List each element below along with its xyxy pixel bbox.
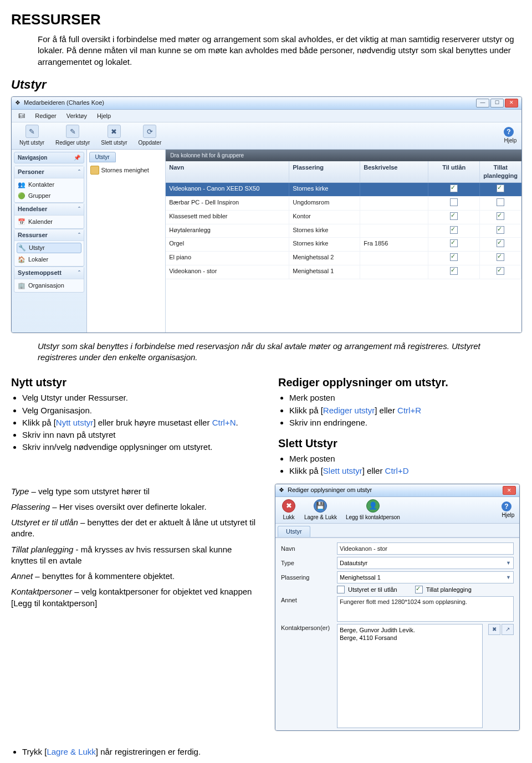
checkbox[interactable]: [497, 239, 504, 247]
nav-icon: 🏢: [18, 281, 25, 289]
checkbox[interactable]: [450, 198, 458, 206]
definition: Plassering – Her vises oversikt over def…: [11, 501, 259, 513]
close-button[interactable]: ✕: [505, 99, 518, 107]
help-icon[interactable]: ?: [504, 127, 514, 137]
table-row[interactable]: Videokanon - storMenighetssal 1: [166, 265, 521, 279]
oppdater-button[interactable]: ⟳ Oppdater: [133, 124, 167, 148]
open-contact-button[interactable]: ↗: [502, 624, 514, 635]
remove-contact-button[interactable]: ✖: [488, 624, 500, 635]
new-icon: ✎: [25, 125, 39, 138]
field-definitions: Type – velg type som utstyret hører tilP…: [11, 486, 259, 609]
list-item: Merk posten: [289, 392, 521, 403]
col-beskrivelse[interactable]: Beskrivelse: [360, 161, 428, 182]
type-label: Type: [281, 559, 334, 567]
checkbox[interactable]: [497, 267, 504, 275]
utstyr-note: Utstyr som skal benyttes i forbindelse m…: [38, 341, 521, 363]
checkbox[interactable]: [497, 212, 504, 220]
nav-group-head[interactable]: Ressurserˆ: [14, 229, 84, 242]
dialog-toolbar: ✖ Lukk 💾 Lagre & Lukk 👤 Legg til kontakt…: [275, 497, 519, 524]
nav-item-grupper[interactable]: 🟢Grupper: [17, 191, 81, 201]
nav-icon: 🔧: [18, 244, 26, 252]
checkbox[interactable]: [497, 185, 504, 192]
col-navn[interactable]: Navn: [166, 161, 289, 182]
dialog-lukk-button[interactable]: ✖ Lukk: [278, 498, 300, 523]
chevron-icon: ˆ: [78, 205, 80, 213]
col-plassering[interactable]: Plassering: [289, 161, 360, 182]
dialog-tab-utstyr[interactable]: Utstyr: [278, 526, 310, 537]
rediger-list: Merk postenKlikk på [Rediger utstyr] ell…: [278, 392, 521, 428]
table-row[interactable]: Videokanon - Canon XEED SX50Stornes kirk…: [166, 183, 521, 197]
rediger-utstyr-button[interactable]: ✎ Rediger utstyr: [50, 124, 95, 148]
final-instruction: Trykk [Lagre & Lukk] når registreringen …: [22, 746, 521, 757]
menu-verktoy[interactable]: Verktøy: [62, 111, 91, 121]
checkbox[interactable]: [450, 185, 458, 192]
checkbox[interactable]: [497, 253, 504, 261]
kontaktperson-listbox[interactable]: Berge, Gunvor Judith Levik. Berge, 4110 …: [337, 624, 483, 728]
checkbox[interactable]: [450, 239, 458, 247]
dialog-lagre-lukk-button[interactable]: 💾 Lagre & Lukk: [300, 498, 341, 523]
plassering-select[interactable]: Menighetssal 1 ▼: [337, 571, 514, 583]
maximize-button[interactable]: ☐: [490, 99, 504, 107]
dialog-title: Rediger opplysninger om utstyr: [288, 486, 499, 494]
nytt-utstyr-button[interactable]: ✎ Nytt utstyr: [14, 124, 50, 148]
nav-group-head[interactable]: Systemoppsettˆ: [14, 267, 84, 279]
annet-label: Annet: [281, 596, 334, 605]
table-row[interactable]: El pianoMenighetssal 2: [166, 252, 521, 265]
nav-item-kontakter[interactable]: 👥Kontakter: [17, 180, 81, 190]
dialog-legg-til-kontaktperson-button[interactable]: 👤 Legg til kontaktperson: [341, 498, 405, 523]
list-item: Skriv inn navn på utstyret: [22, 429, 254, 441]
nytt-utstyr-heading: Nytt utstyr: [11, 375, 254, 390]
tillat-checkbox[interactable]: [415, 586, 423, 593]
navn-field[interactable]: Videokanon - stor: [337, 542, 514, 555]
col-til-utlan[interactable]: Til utlån: [428, 161, 480, 182]
checkbox[interactable]: [497, 198, 504, 206]
app-icon: ❖: [15, 99, 21, 107]
menu-rediger[interactable]: Rediger: [30, 111, 61, 121]
checkbox[interactable]: [450, 253, 458, 261]
menu-hjelp[interactable]: Hjelp: [93, 111, 115, 121]
add-contact-icon: 👤: [366, 499, 380, 513]
minimize-button[interactable]: —: [476, 99, 489, 107]
dialog-close-button[interactable]: ✕: [503, 486, 516, 495]
edit-icon: ✎: [66, 125, 79, 138]
utlan-checkbox[interactable]: [337, 586, 345, 593]
tree-column: Utstyr Stornes menighet: [87, 150, 166, 332]
nav-icon: 👥: [18, 181, 25, 189]
slett-list: Merk postenKlikk på [Slett utstyr] eller…: [278, 453, 521, 477]
tree-item[interactable]: Stornes menighet: [89, 165, 163, 176]
annet-textarea[interactable]: Fungerer flott med 1280*1024 som oppløsn…: [337, 596, 514, 622]
checkbox[interactable]: [450, 226, 458, 234]
table-row[interactable]: Klassesett med biblerKontor: [166, 211, 521, 224]
list-item: Velg Organisasjon.: [22, 405, 254, 416]
window-titlebar: ❖ Medarbeideren (Charles Koe) — ☐ ✕: [12, 97, 521, 110]
dialog-screenshot: ❖ Rediger opplysninger om utstyr ✕ ✖ Luk…: [275, 484, 520, 731]
col-tillat[interactable]: Tillat planlegging: [480, 161, 521, 182]
chevron-icon: ˆ: [78, 269, 80, 277]
table-row[interactable]: HøytaleranleggStornes kirke: [166, 224, 521, 238]
nav-item-organisasjon[interactable]: 🏢Organisasjon: [17, 281, 81, 290]
nav-group-head[interactable]: Hendelserˆ: [14, 203, 84, 216]
nav-item-kalender[interactable]: 📅Kalender: [17, 217, 81, 227]
nav-item-lokaler[interactable]: 🏠Lokaler: [17, 255, 81, 264]
table-row[interactable]: Bærbar PC - Dell InspironUngdomsrom: [166, 197, 521, 211]
dialog-help-icon[interactable]: ?: [502, 501, 511, 511]
definition: Tillat planlegging - må krysses av hvis …: [11, 544, 259, 567]
nav-item-utstyr[interactable]: 🔧Utstyr: [17, 243, 81, 253]
page-title: RESSURSER: [11, 10, 521, 29]
save-icon: 💾: [314, 499, 327, 513]
slett-utstyr-button[interactable]: ✖ Slett utstyr: [95, 124, 132, 148]
nav-group-head[interactable]: Personerˆ: [14, 166, 84, 178]
type-select[interactable]: Datautstyr ▼: [337, 557, 514, 569]
menu-file[interactable]: Eil: [14, 111, 29, 121]
group-by-bar[interactable]: Dra kolonne hit for å gruppere: [166, 150, 521, 162]
checkbox[interactable]: [450, 267, 458, 275]
table-row[interactable]: OrgelStornes kirkeFra 1856: [166, 238, 521, 252]
tab-utstyr[interactable]: Utstyr: [89, 152, 116, 163]
dialog-titlebar: ❖ Rediger opplysninger om utstyr ✕: [275, 484, 519, 497]
pin-icon[interactable]: 📌: [74, 154, 80, 162]
definition: Utstyret er til utlån – benyttes der det…: [11, 517, 259, 540]
checkbox[interactable]: [497, 226, 504, 234]
checkbox[interactable]: [450, 212, 458, 220]
refresh-icon: ⟳: [143, 125, 156, 138]
nav-group-systemoppsett: Systemoppsettˆ🏢Organisasjon: [14, 267, 84, 293]
